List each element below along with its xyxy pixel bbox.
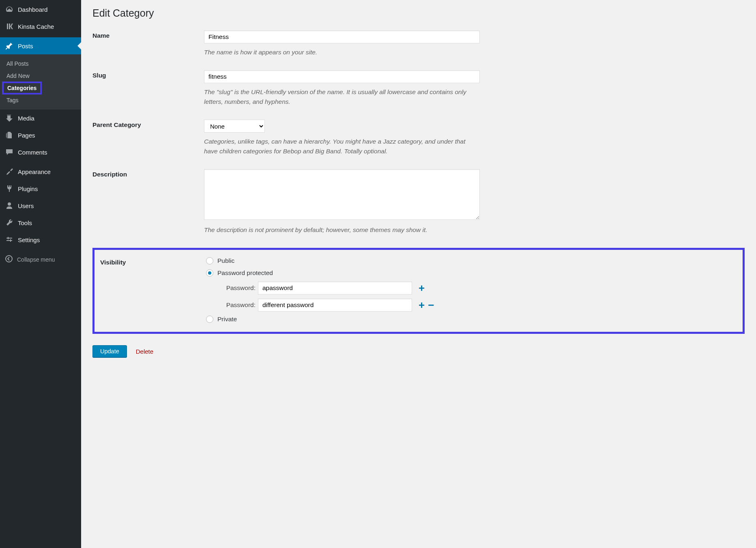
sidebar-item-label: Dashboard <box>18 6 47 13</box>
visibility-private-label: Private <box>217 316 237 323</box>
visibility-public-radio[interactable] <box>206 257 213 264</box>
slug-label: Slug <box>92 70 204 107</box>
dashboard-icon <box>5 5 14 14</box>
add-password-icon[interactable]: + <box>419 283 425 293</box>
pin-icon <box>5 41 14 50</box>
submenu-categories[interactable]: Categories <box>2 82 41 94</box>
description-help: The description is not prominent by defa… <box>204 225 480 235</box>
password-row-1: Password: + <box>217 282 735 294</box>
sidebar-item-tools[interactable]: Tools <box>0 214 81 231</box>
page-title: Edit Category <box>92 7 745 19</box>
sidebar-item-label: Kinsta Cache <box>18 23 54 30</box>
visibility-private-radio[interactable] <box>206 316 213 323</box>
sidebar-item-posts[interactable]: Posts <box>0 37 81 54</box>
sidebar-item-comments[interactable]: Comments <box>0 144 81 161</box>
svg-point-0 <box>6 256 12 262</box>
pages-icon <box>5 131 14 140</box>
visibility-section: Visibility Public Password protected Pas… <box>92 248 745 334</box>
visibility-private-row[interactable]: Private <box>206 316 735 323</box>
kinsta-icon <box>5 22 14 31</box>
sidebar-item-label: Pages <box>18 132 35 139</box>
user-icon <box>5 201 14 210</box>
sidebar-item-settings[interactable]: Settings <box>0 231 81 248</box>
submenu-all-posts[interactable]: All Posts <box>0 58 81 70</box>
password-input-2[interactable] <box>258 299 412 312</box>
sidebar-item-plugins[interactable]: Plugins <box>0 180 81 197</box>
row-parent: Parent Category None Categories, unlike … <box>92 120 745 156</box>
visibility-pw-radio[interactable] <box>206 269 213 277</box>
sidebar-item-pages[interactable]: Pages <box>0 127 81 144</box>
collapse-menu[interactable]: Collapse menu <box>0 251 81 268</box>
form-actions: Update Delete <box>92 345 745 357</box>
parent-label: Parent Category <box>92 120 204 156</box>
password-label-2: Password: <box>217 301 256 309</box>
slug-help: The "slug" is the URL-friendly version o… <box>204 87 480 107</box>
sidebar-item-label: Tools <box>18 219 32 226</box>
sidebar-item-appearance[interactable]: Appearance <box>0 163 81 180</box>
collapse-label: Collapse menu <box>17 256 55 263</box>
sidebar-item-users[interactable]: Users <box>0 197 81 214</box>
visibility-pw-label: Password protected <box>217 269 273 277</box>
main-content: Edit Category Name The name is how it ap… <box>81 0 756 548</box>
password-row-2: Password: + − <box>217 299 735 312</box>
visibility-label: Visibility <box>100 257 206 323</box>
visibility-public-row[interactable]: Public <box>206 257 735 264</box>
remove-password-icon[interactable]: − <box>428 300 434 310</box>
password-input-1[interactable] <box>258 282 412 294</box>
sidebar-item-label: Appearance <box>18 168 51 175</box>
sidebar-item-label: Comments <box>18 149 47 156</box>
sidebar-item-label: Posts <box>18 43 33 49</box>
add-password-icon[interactable]: + <box>419 300 425 310</box>
sidebar-item-label: Settings <box>18 236 40 243</box>
media-icon <box>5 114 14 122</box>
wrench-icon <box>5 218 14 227</box>
submenu-tags[interactable]: Tags <box>0 94 81 106</box>
posts-submenu: All Posts Add New Categories Tags <box>0 54 81 110</box>
row-slug: Slug The "slug" is the URL-friendly vers… <box>92 70 745 107</box>
update-button[interactable]: Update <box>92 345 127 357</box>
sidebar-item-label: Media <box>18 115 34 122</box>
sidebar-item-label: Users <box>18 202 34 209</box>
sidebar-item-label: Plugins <box>18 185 38 192</box>
collapse-icon <box>5 255 13 264</box>
slug-input[interactable] <box>204 70 480 83</box>
sidebar-item-dashboard[interactable]: Dashboard <box>0 1 81 18</box>
sidebar-item-kinsta-cache[interactable]: Kinsta Cache <box>0 18 81 35</box>
description-textarea[interactable] <box>204 169 480 220</box>
comments-icon <box>5 148 14 157</box>
sliders-icon <box>5 235 14 244</box>
name-label: Name <box>92 30 204 57</box>
delete-link[interactable]: Delete <box>136 348 153 355</box>
brush-icon <box>5 167 14 176</box>
name-input[interactable] <box>204 30 480 43</box>
name-help: The name is how it appears on your site. <box>204 47 480 57</box>
password-label-1: Password: <box>217 284 256 292</box>
visibility-pw-row[interactable]: Password protected <box>206 269 735 277</box>
sidebar-item-media[interactable]: Media <box>0 110 81 127</box>
plug-icon <box>5 184 14 193</box>
parent-help: Categories, unlike tags, can have a hier… <box>204 137 480 156</box>
admin-sidebar: Dashboard Kinsta Cache Posts All Posts A… <box>0 0 81 548</box>
description-label: Description <box>92 169 204 235</box>
row-name: Name The name is how it appears on your … <box>92 30 745 57</box>
parent-select[interactable]: None <box>204 120 265 133</box>
visibility-public-label: Public <box>217 257 234 264</box>
row-description: Description The description is not promi… <box>92 169 745 235</box>
submenu-add-new[interactable]: Add New <box>0 70 81 82</box>
